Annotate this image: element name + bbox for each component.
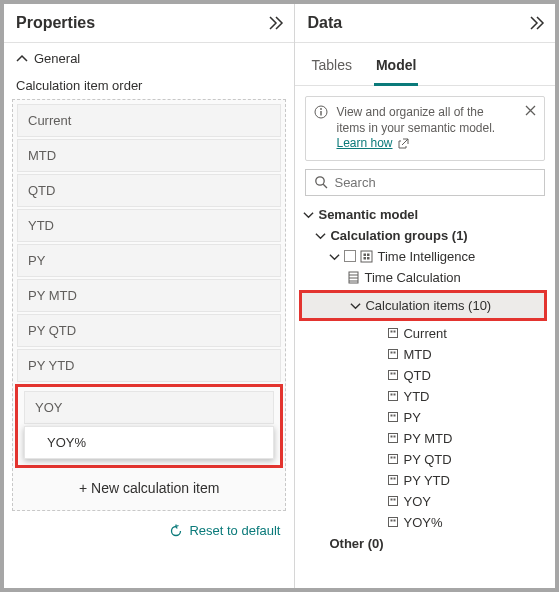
checkbox[interactable] bbox=[344, 250, 356, 262]
svg-rect-27 bbox=[391, 415, 393, 417]
properties-title: Properties bbox=[16, 14, 95, 32]
svg-rect-21 bbox=[391, 373, 393, 375]
info-icon bbox=[314, 105, 328, 119]
tree-semantic-model[interactable]: Semantic model bbox=[299, 204, 551, 225]
info-text: View and organize all of the items in yo… bbox=[336, 105, 515, 152]
svg-rect-33 bbox=[391, 457, 393, 459]
external-link-icon bbox=[398, 138, 409, 149]
chevron-down-icon bbox=[303, 209, 314, 220]
tree-leaf[interactable]: QTD bbox=[299, 365, 551, 386]
svg-rect-38 bbox=[389, 497, 398, 506]
svg-rect-26 bbox=[389, 413, 398, 422]
chevron-down-icon bbox=[315, 230, 326, 241]
svg-line-4 bbox=[324, 184, 328, 188]
learn-how-link[interactable]: Learn how bbox=[336, 136, 392, 150]
calc-group-icon bbox=[360, 250, 373, 263]
search-icon bbox=[314, 175, 328, 189]
tree-leaf[interactable]: PY MTD bbox=[299, 428, 551, 449]
order-item[interactable]: PY QTD bbox=[17, 314, 281, 347]
tab-tables[interactable]: Tables bbox=[309, 47, 353, 85]
order-item[interactable]: PY bbox=[17, 244, 281, 277]
svg-rect-29 bbox=[389, 434, 398, 443]
svg-rect-22 bbox=[394, 373, 396, 375]
search-input[interactable] bbox=[334, 175, 536, 190]
svg-rect-35 bbox=[389, 476, 398, 485]
calc-item-icon bbox=[387, 474, 399, 486]
reset-icon bbox=[169, 524, 183, 538]
chevron-down-icon bbox=[350, 300, 361, 311]
calc-item-icon bbox=[387, 432, 399, 444]
column-icon bbox=[347, 271, 360, 284]
collapse-right-icon[interactable] bbox=[268, 16, 284, 30]
calc-item-icon bbox=[387, 411, 399, 423]
order-item[interactable]: PY MTD bbox=[17, 279, 281, 312]
svg-rect-39 bbox=[391, 499, 393, 501]
svg-rect-16 bbox=[394, 331, 396, 333]
tree-selection-highlight: Calculation items (10) bbox=[299, 290, 547, 321]
tree-leaf[interactable]: PY QTD bbox=[299, 449, 551, 470]
svg-rect-31 bbox=[394, 436, 396, 438]
svg-rect-25 bbox=[394, 394, 396, 396]
chevron-up-icon bbox=[16, 53, 28, 65]
properties-pane: Properties General Calculation item orde… bbox=[4, 4, 295, 588]
tree-leaf[interactable]: PY bbox=[299, 407, 551, 428]
svg-rect-8 bbox=[364, 257, 367, 260]
tree-leaf[interactable]: Current bbox=[299, 323, 551, 344]
svg-rect-2 bbox=[321, 111, 322, 116]
general-label: General bbox=[34, 51, 80, 66]
svg-rect-7 bbox=[367, 253, 370, 256]
svg-rect-19 bbox=[394, 352, 396, 354]
tree-leaf[interactable]: YTD bbox=[299, 386, 551, 407]
calc-item-icon bbox=[387, 390, 399, 402]
reset-to-default-button[interactable]: Reset to default bbox=[4, 511, 294, 550]
search-box[interactable] bbox=[305, 169, 545, 196]
svg-rect-15 bbox=[391, 331, 393, 333]
svg-rect-32 bbox=[389, 455, 398, 464]
svg-rect-41 bbox=[389, 518, 398, 527]
close-icon[interactable] bbox=[523, 105, 538, 119]
tree-leaf[interactable]: YOY% bbox=[299, 512, 551, 533]
data-header: Data bbox=[295, 4, 555, 43]
tree-leaf[interactable]: YOY bbox=[299, 491, 551, 512]
svg-rect-18 bbox=[391, 352, 393, 354]
svg-rect-24 bbox=[391, 394, 393, 396]
tree-calculation-items[interactable]: Calculation items (10) bbox=[302, 293, 544, 318]
calc-item-icon bbox=[387, 369, 399, 381]
tree-leaf[interactable]: MTD bbox=[299, 344, 551, 365]
svg-rect-9 bbox=[367, 257, 370, 260]
info-bar: View and organize all of the items in yo… bbox=[305, 96, 545, 161]
calc-item-icon bbox=[387, 516, 399, 528]
tree-time-calculation[interactable]: Time Calculation bbox=[299, 267, 551, 288]
order-item[interactable]: YOY bbox=[24, 391, 274, 424]
calc-item-icon bbox=[387, 453, 399, 465]
reset-label: Reset to default bbox=[189, 523, 280, 538]
chevron-down-icon bbox=[329, 251, 340, 262]
order-item[interactable]: Current bbox=[17, 104, 281, 137]
svg-rect-30 bbox=[391, 436, 393, 438]
tree-time-intelligence[interactable]: Time Intelligence bbox=[299, 246, 551, 267]
svg-rect-17 bbox=[389, 350, 398, 359]
svg-rect-5 bbox=[361, 251, 372, 262]
calc-item-icon bbox=[387, 495, 399, 507]
tree-calc-groups[interactable]: Calculation groups (1) bbox=[299, 225, 551, 246]
new-calculation-item-button[interactable]: + New calculation item bbox=[17, 470, 281, 506]
tab-model[interactable]: Model bbox=[374, 47, 418, 85]
order-item[interactable]: MTD bbox=[17, 139, 281, 172]
calc-order-label: Calculation item order bbox=[4, 74, 294, 99]
order-item[interactable]: QTD bbox=[17, 174, 281, 207]
svg-rect-36 bbox=[391, 478, 393, 480]
svg-rect-34 bbox=[394, 457, 396, 459]
svg-rect-6 bbox=[364, 253, 367, 256]
general-section-toggle[interactable]: General bbox=[4, 43, 294, 74]
drag-highlight: YOY YOY% bbox=[15, 384, 283, 468]
properties-header: Properties bbox=[4, 4, 294, 43]
svg-point-3 bbox=[316, 177, 324, 185]
order-item[interactable]: PY YTD bbox=[17, 349, 281, 382]
collapse-right-icon[interactable] bbox=[529, 16, 545, 30]
data-pane: Data Tables Model View and organize all … bbox=[295, 4, 555, 588]
tree-leaf[interactable]: PY YTD bbox=[299, 470, 551, 491]
order-item[interactable]: YTD bbox=[17, 209, 281, 242]
tree-other[interactable]: Other (0) bbox=[299, 533, 551, 554]
svg-rect-23 bbox=[389, 392, 398, 401]
order-item-dragging[interactable]: YOY% bbox=[24, 426, 274, 459]
